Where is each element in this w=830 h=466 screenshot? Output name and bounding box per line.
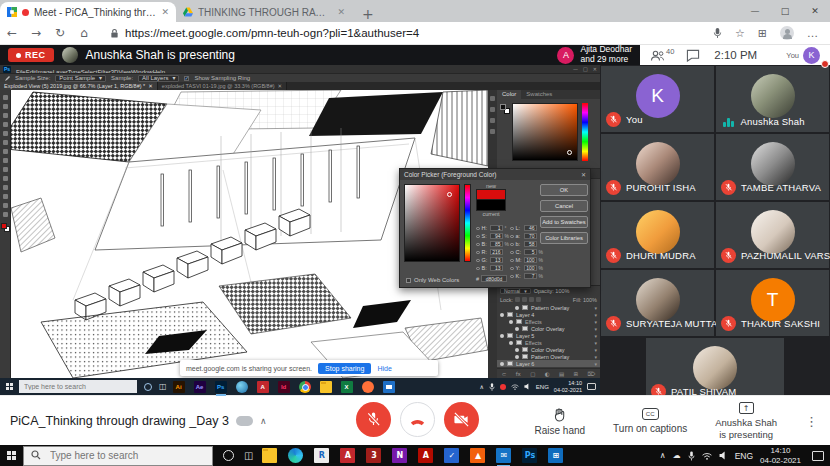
taskbar-app-icon[interactable]: Id <box>278 381 290 393</box>
taskbar-app-icon[interactable]: 3 <box>366 448 381 463</box>
sampling-ring-checkbox[interactable]: ✓ <box>184 76 189 81</box>
participant-tile[interactable]: K You <box>601 66 714 132</box>
more-options-icon[interactable]: ⋮ <box>805 414 818 429</box>
wifi-icon[interactable] <box>511 384 519 390</box>
color-gradient-field[interactable] <box>512 103 578 161</box>
close-button[interactable]: ✕ <box>800 6 830 16</box>
language-indicator[interactable]: ENG <box>536 384 549 390</box>
mic-off-button[interactable] <box>356 402 391 437</box>
radio-icon[interactable] <box>510 243 514 247</box>
taskbar-app-icon[interactable]: R <box>314 448 329 463</box>
layer-row[interactable]: Layer 6 ▾ <box>497 360 600 367</box>
sample-dropdown[interactable]: All Layers▾ <box>138 75 179 82</box>
layer-row[interactable]: Pattern Overlay ▾ <box>497 304 600 311</box>
raise-hand-button[interactable]: Raise hand <box>534 407 585 436</box>
lock-position-icon[interactable] <box>529 297 534 302</box>
mic-icon[interactable] <box>713 27 722 39</box>
radio-icon[interactable] <box>510 275 514 279</box>
tab-color[interactable]: Color <box>497 90 521 99</box>
taskbar-app-icon[interactable] <box>299 381 311 393</box>
taskbar-app-icon[interactable] <box>262 448 277 463</box>
ok-button[interactable]: OK <box>540 184 588 196</box>
taskbar-app-icon[interactable] <box>236 381 248 393</box>
cancel-button[interactable]: Cancel <box>540 200 588 212</box>
clock-date[interactable]: 14:1004-02-2021 <box>554 380 582 393</box>
refresh-icon[interactable]: ↻ <box>48 26 72 40</box>
value-input[interactable]: 94 <box>490 233 503 239</box>
layers-footer-icon[interactable]: ⊂ <box>502 371 507 377</box>
value-input[interactable]: 216 <box>490 249 503 255</box>
visibility-eye-icon[interactable] <box>500 313 504 317</box>
clock-date[interactable]: 14:1004-02-2021 <box>760 446 801 464</box>
layer-row[interactable]: Pattern Overlay ▾ <box>497 353 600 360</box>
taskbar-app-icon[interactable] <box>383 381 395 393</box>
taskbar-app-icon[interactable]: X <box>341 381 353 393</box>
value-input[interactable]: 1 <box>490 225 503 231</box>
taskbar-app-icon[interactable]: Ai <box>173 381 185 393</box>
search-input[interactable] <box>23 446 213 466</box>
stop-sharing-button[interactable]: Stop sharing <box>318 363 371 374</box>
blend-mode-dropdown[interactable]: Normal▾ <box>500 288 531 294</box>
more-menu-icon[interactable]: … <box>807 27 818 40</box>
taskbar-app-icon[interactable] <box>288 448 303 463</box>
taskbar-app-icon[interactable] <box>320 381 332 393</box>
taskbar-app-icon[interactable]: A <box>418 448 433 463</box>
fill-value[interactable]: Fill: 100% <box>573 297 597 303</box>
visibility-eye-icon[interactable] <box>500 334 504 338</box>
panel-fg-bg-swatches[interactable] <box>500 104 510 114</box>
value-input[interactable]: 5 <box>524 249 537 255</box>
recording-tray-icon[interactable] <box>500 384 506 390</box>
participant-tile[interactable]: DHURI MUDRA <box>601 202 714 268</box>
tab-swatches[interactable]: Swatches <box>521 90 557 99</box>
add-to-swatches-button[interactable]: Add to Swatches <box>540 216 588 228</box>
visibility-eye-icon[interactable] <box>509 320 513 324</box>
ps-minimize-icon[interactable]: — <box>573 66 578 72</box>
layer-row[interactable]: Color Overlay ▾ <box>497 346 600 353</box>
hang-up-button[interactable] <box>400 402 435 437</box>
home-icon[interactable]: ⌂ <box>72 26 96 40</box>
tray-caret-icon[interactable]: ∧ <box>660 451 666 460</box>
visibility-eye-icon[interactable] <box>515 306 519 310</box>
dialog-close-icon[interactable]: ✕ <box>581 171 586 178</box>
taskbar-app-icon[interactable]: Ps <box>215 381 227 393</box>
lock-all-icon[interactable] <box>536 297 541 302</box>
cortana-icon[interactable] <box>223 450 234 461</box>
value-input[interactable]: 85 <box>490 241 503 247</box>
language-indicator[interactable]: ENG <box>735 451 753 461</box>
participant-tile[interactable]: SURYATEJA MUTTA <box>601 270 714 336</box>
value-input[interactable]: 70 <box>524 233 537 239</box>
maximize-button[interactable]: □ <box>770 6 800 16</box>
radio-icon[interactable] <box>476 243 480 247</box>
lock-pixels-icon[interactable] <box>522 297 527 302</box>
value-input[interactable]: 13 <box>490 265 503 271</box>
visibility-eye-icon[interactable] <box>509 341 513 345</box>
new-tab-button[interactable]: + <box>362 6 374 22</box>
radio-icon[interactable] <box>510 259 514 263</box>
color-libraries-button[interactable]: Color Libraries <box>540 232 588 244</box>
back-icon[interactable]: ← <box>0 26 24 40</box>
task-view-icon[interactable]: ◫ <box>244 450 253 461</box>
layer-row[interactable]: Layer 4 ▾ <box>497 311 600 318</box>
favorites-star-icon[interactable]: ☆ <box>735 27 745 40</box>
browser-tab-drive[interactable]: THINKING THROUGH RAWINGS ✕ <box>176 2 352 22</box>
hex-input[interactable]: d80d0d <box>481 275 507 282</box>
taskbar-search[interactable] <box>23 445 213 466</box>
expand-caret-icon[interactable]: ∧ <box>260 416 267 426</box>
radio-icon[interactable] <box>476 259 480 263</box>
visibility-eye-icon[interactable] <box>515 348 519 352</box>
hide-link[interactable]: Hide <box>377 365 391 372</box>
task-view-icon[interactable]: ◫ <box>159 382 167 391</box>
camera-off-button[interactable] <box>444 402 479 437</box>
layer-row[interactable]: Layer 5 ▾ <box>497 332 600 339</box>
foreground-background-swatches[interactable] <box>1 223 10 232</box>
radio-icon[interactable] <box>510 251 514 255</box>
taskbar-app-icon[interactable] <box>362 381 374 393</box>
radio-icon[interactable] <box>476 227 480 231</box>
participant-tile[interactable]: TAMBE ATHARVA <box>716 134 829 200</box>
layers-footer-icon[interactable]: ◐ <box>545 371 550 377</box>
opacity-value[interactable]: Opacity: 100% <box>534 288 570 294</box>
visibility-eye-icon[interactable] <box>515 355 519 359</box>
document-tab[interactable]: Exploded View (5) 2019.jpg @ 66.7% (Laye… <box>0 82 158 90</box>
volume-icon[interactable] <box>524 383 531 390</box>
value-input[interactable]: 100 <box>524 257 537 263</box>
